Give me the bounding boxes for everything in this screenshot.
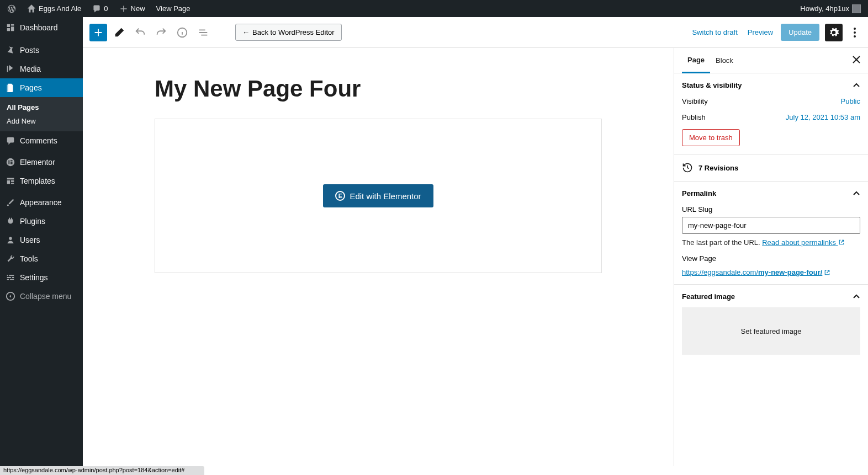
back-to-wp-editor-button[interactable]: ← Back to WordPress Editor: [235, 24, 342, 41]
sidebar-item-dashboard[interactable]: Dashboard: [0, 17, 83, 38]
preview-button[interactable]: Preview: [745, 25, 775, 40]
wp-logo-link[interactable]: [6, 4, 18, 13]
redo-button[interactable]: [152, 24, 170, 41]
panel-permalink-heading[interactable]: Permalink: [682, 189, 860, 198]
templates-icon: [6, 176, 15, 186]
new-label: New: [131, 4, 145, 13]
publish-value[interactable]: July 12, 2021 10:53 am: [786, 113, 860, 121]
close-panel-button[interactable]: [853, 55, 860, 66]
sidebar-item-tools[interactable]: Tools: [0, 249, 83, 268]
sidebar-item-media[interactable]: Media: [0, 60, 83, 78]
howdy-text: Howdy, 4hp1ux: [800, 4, 849, 13]
edit-with-elementor-button[interactable]: E Edit with Elementor: [323, 184, 433, 207]
view-page-link[interactable]: View Page: [155, 4, 192, 13]
svg-rect-2: [10, 160, 13, 161]
update-button[interactable]: Update: [781, 24, 819, 41]
panel-revisions-section[interactable]: 7 Revisions: [674, 154, 868, 182]
visibility-value[interactable]: Public: [841, 97, 860, 105]
elementor-icon: E: [335, 191, 345, 201]
sidebar-submenu-pages: All Pages Add New: [0, 97, 83, 131]
svg-point-5: [9, 237, 12, 240]
sidebar-item-collapse[interactable]: Collapse menu: [0, 287, 83, 306]
sidebar-item-templates[interactable]: Templates: [0, 172, 83, 190]
info-icon: [176, 26, 188, 39]
site-name-link[interactable]: Eggs And Ale: [25, 4, 83, 13]
url-slug-label: URL Slug: [682, 205, 860, 214]
edit-mode-button[interactable]: [110, 24, 128, 41]
sidebar-item-comments[interactable]: Comments: [0, 131, 83, 150]
visibility-label: Visibility: [682, 97, 708, 105]
editor-toolbar: ← Back to WordPress Editor Switch to dra…: [83, 17, 868, 48]
switch-to-draft-button[interactable]: Switch to draft: [690, 25, 739, 40]
user-icon: [6, 235, 15, 245]
editor-canvas[interactable]: My New Page Four E Edit with Elementor: [83, 48, 674, 466]
more-options-button[interactable]: [848, 24, 861, 41]
comment-icon: [6, 136, 15, 146]
comments-link[interactable]: 0: [91, 4, 109, 13]
url-slug-input[interactable]: [682, 217, 860, 234]
plus-icon: [119, 4, 128, 13]
outline-button[interactable]: [194, 24, 212, 41]
pages-icon: [6, 83, 15, 93]
sidebar-item-pages[interactable]: Pages: [0, 78, 83, 97]
pin-icon: [6, 45, 15, 55]
sidebar-item-elementor[interactable]: Elementor: [0, 153, 83, 172]
add-block-button[interactable]: [89, 24, 107, 41]
sidebar-item-users[interactable]: Users: [0, 231, 83, 249]
browser-status-bar: https://eggsandale.com/wp-admin/post.php…: [0, 466, 204, 475]
admin-sidebar: Dashboard Posts Media Pages All Pages Ad…: [0, 17, 83, 466]
sidebar-item-appearance[interactable]: Appearance: [0, 193, 83, 212]
svg-point-11: [854, 31, 856, 34]
svg-rect-3: [10, 162, 13, 163]
svg-rect-1: [8, 160, 9, 164]
sidebar-sub-add-new[interactable]: Add New: [0, 114, 83, 128]
sidebar-item-plugins[interactable]: Plugins: [0, 212, 83, 231]
admin-bar: Eggs And Ale 0 New View Page Howdy, 4hp1…: [0, 0, 868, 17]
page-title[interactable]: My New Page Four: [155, 76, 602, 102]
sidebar-item-settings[interactable]: Settings: [0, 268, 83, 287]
editor-main: ← Back to WordPress Editor Switch to dra…: [83, 17, 868, 466]
sliders-icon: [6, 273, 15, 282]
settings-toggle-button[interactable]: [825, 24, 843, 41]
undo-button[interactable]: [131, 24, 149, 41]
panel-tabs: Page Block: [674, 48, 868, 73]
redo-icon: [155, 26, 167, 39]
svg-rect-4: [10, 163, 13, 164]
new-link[interactable]: New: [118, 4, 147, 13]
collapse-icon: [6, 291, 15, 301]
kebab-icon: [854, 28, 856, 38]
slug-help-text: The last part of the URL. Read about per…: [682, 238, 860, 247]
view-page-label: View Page: [682, 254, 860, 263]
external-icon: [838, 239, 845, 245]
sidebar-sub-all-pages[interactable]: All Pages: [0, 100, 83, 114]
panel-status-heading[interactable]: Status & visibility: [682, 81, 860, 89]
elementor-icon: [6, 157, 15, 167]
wordpress-icon: [7, 4, 16, 13]
dashboard-icon: [6, 23, 15, 33]
elementor-placeholder: E Edit with Elementor: [155, 119, 602, 273]
howdy-link[interactable]: Howdy, 4hp1ux: [798, 4, 862, 13]
publish-label: Publish: [682, 113, 706, 121]
permalink-help-link[interactable]: Read about permalinks: [762, 238, 844, 247]
sidebar-item-posts[interactable]: Posts: [0, 41, 83, 60]
panel-featured-section: Featured image Set featured image: [674, 285, 868, 362]
panel-featured-heading[interactable]: Featured image: [682, 292, 860, 301]
wrench-icon: [6, 254, 15, 264]
pencil-icon: [113, 26, 125, 39]
tab-block[interactable]: Block: [710, 49, 739, 72]
media-icon: [6, 64, 15, 74]
tab-page[interactable]: Page: [682, 48, 710, 73]
panel-status-section: Status & visibility Visibility Public Pu…: [674, 73, 868, 154]
set-featured-image-button[interactable]: Set featured image: [682, 307, 860, 355]
move-to-trash-button[interactable]: Move to trash: [682, 129, 740, 146]
svg-point-12: [854, 35, 856, 38]
revisions-text: 7 Revisions: [698, 164, 738, 172]
undo-icon: [134, 26, 146, 39]
info-button[interactable]: [173, 24, 191, 41]
external-icon: [824, 269, 830, 276]
list-icon: [197, 26, 209, 39]
brush-icon: [6, 198, 15, 207]
chevron-up-icon: [853, 293, 860, 301]
svg-point-10: [854, 28, 856, 30]
permalink-url[interactable]: https://eggsandale.com/my-new-page-four/: [682, 268, 830, 276]
